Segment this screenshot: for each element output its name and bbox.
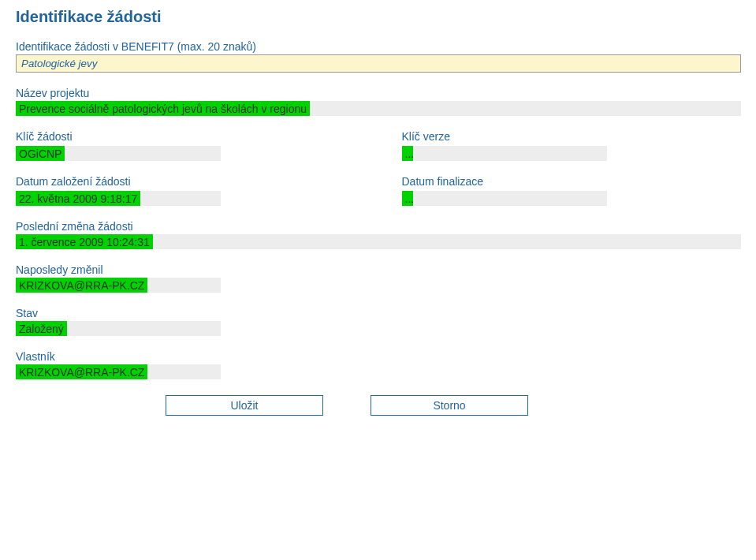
- state-label: Stav: [16, 307, 740, 319]
- date-final-value: ...: [402, 191, 413, 206]
- project-value-bar: Prevence sociálně patologických jevů na …: [16, 101, 741, 116]
- date-final-label: Datum finalizace: [402, 175, 741, 188]
- key-app-value: OGiCNP: [16, 146, 65, 161]
- page-title: Identifikace žádosti: [16, 8, 740, 26]
- save-button[interactable]: Uložit: [166, 395, 323, 416]
- state-bar: Založený: [16, 321, 221, 336]
- key-ver-value: ...: [402, 146, 413, 161]
- date-final-bar: ...: [402, 191, 607, 206]
- date-created-label: Datum založení žádosti: [16, 175, 355, 188]
- key-ver-bar: ...: [402, 146, 607, 161]
- last-changed-by-bar: KRIZKOVA@RRA-PK.CZ: [16, 278, 221, 293]
- last-change-value: 1. července 2009 10:24:31: [16, 234, 153, 249]
- last-change-label: Poslední změna žádosti: [16, 220, 740, 233]
- last-change-bar: 1. července 2009 10:24:31: [16, 234, 741, 249]
- project-value: Prevence sociálně patologických jevů na …: [16, 101, 310, 116]
- cancel-button[interactable]: Storno: [371, 395, 528, 416]
- owner-bar: KRIZKOVA@RRA-PK.CZ: [16, 364, 221, 379]
- owner-value: KRIZKOVA@RRA-PK.CZ: [16, 364, 147, 379]
- date-created-value: 22. května 2009 9:18:17: [16, 191, 140, 206]
- owner-label: Vlastník: [16, 350, 740, 363]
- state-value: Založený: [16, 321, 67, 336]
- ident-label: Identifikace žádosti v BENEFIT7 (max. 20…: [16, 40, 740, 53]
- ident-input[interactable]: [16, 54, 741, 73]
- project-label: Název projektu: [16, 87, 740, 99]
- last-changed-by-label: Naposledy změnil: [16, 263, 740, 276]
- date-created-bar: 22. května 2009 9:18:17: [16, 191, 221, 206]
- last-changed-by-value: KRIZKOVA@RRA-PK.CZ: [16, 278, 147, 293]
- key-ver-label: Klíč verze: [402, 130, 741, 143]
- key-app-bar: OGiCNP: [16, 146, 221, 161]
- key-app-label: Klíč žádosti: [16, 130, 355, 143]
